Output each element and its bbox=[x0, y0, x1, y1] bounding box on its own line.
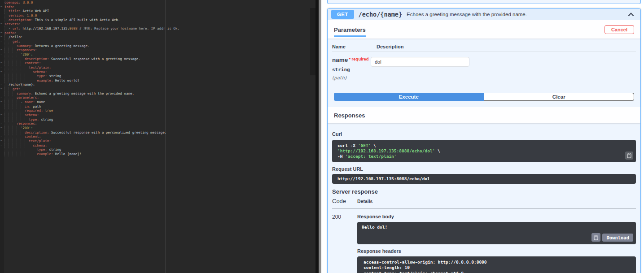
fold-marker-icon[interactable]: − bbox=[0, 52, 2, 56]
indent-guide bbox=[17, 78, 21, 83]
parameter-value-input[interactable] bbox=[371, 57, 469, 67]
previous-operation-block-edge[interactable] bbox=[327, 0, 641, 4]
indent-guide bbox=[25, 70, 29, 74]
indent-guide bbox=[17, 70, 21, 74]
indent-guide bbox=[4, 78, 9, 83]
code-line: in: path bbox=[0, 104, 315, 109]
curl-line: curl -X 'GET' \ bbox=[337, 143, 631, 148]
fold-marker-icon[interactable]: − bbox=[0, 82, 2, 87]
download-button[interactable]: Download bbox=[602, 234, 633, 242]
indent-guide bbox=[29, 70, 33, 74]
responses-title: Responses bbox=[334, 112, 365, 119]
code-line: −- name: name bbox=[0, 100, 315, 104]
indent-guide bbox=[4, 95, 9, 100]
copy-curl-button[interactable] bbox=[625, 152, 633, 160]
indent-guide bbox=[4, 117, 9, 122]
code-line: example: Hello world! bbox=[0, 78, 315, 83]
fold-marker-icon[interactable]: − bbox=[0, 31, 2, 35]
execute-button[interactable]: Execute bbox=[334, 93, 484, 101]
indent-guide bbox=[9, 152, 13, 156]
indent-guide bbox=[9, 143, 13, 148]
indent-guide bbox=[13, 70, 17, 74]
indent-guide bbox=[4, 65, 9, 70]
indent-guide bbox=[9, 48, 13, 52]
editor-scrollbar[interactable] bbox=[315, 0, 319, 273]
indent-guide bbox=[21, 130, 25, 135]
indent-guide bbox=[25, 152, 29, 156]
cancel-button[interactable]: Cancel bbox=[605, 25, 634, 34]
fold-marker-icon[interactable]: − bbox=[0, 48, 2, 52]
clipboard-icon bbox=[627, 153, 631, 158]
fold-marker-icon[interactable]: − bbox=[0, 39, 2, 43]
indent-guide bbox=[4, 134, 9, 139]
fold-marker-icon[interactable]: − bbox=[0, 87, 2, 91]
indent-guide bbox=[9, 65, 13, 70]
editor-panel[interactable]: openapi: 3.0.0−info:title: Actix Web API… bbox=[0, 0, 315, 273]
collapse-button[interactable] bbox=[625, 11, 637, 18]
indent-guide bbox=[4, 143, 9, 148]
response-body-actions: Download bbox=[591, 233, 633, 242]
operation-path: /echo/{name} bbox=[359, 11, 403, 18]
tab-parameters[interactable]: Parameters bbox=[334, 26, 366, 37]
clear-button[interactable]: Clear bbox=[484, 93, 635, 101]
fold-marker-icon[interactable]: − bbox=[0, 65, 2, 69]
fold-marker-icon[interactable]: − bbox=[0, 35, 2, 39]
indent-guide bbox=[9, 44, 13, 48]
yaml-code[interactable]: openapi: 3.0.0−info:title: Actix Web API… bbox=[0, 0, 315, 156]
fold-marker-icon[interactable]: − bbox=[0, 95, 2, 100]
indent-guide bbox=[13, 78, 17, 83]
indent-guide bbox=[29, 78, 33, 83]
indent-guide bbox=[25, 74, 29, 78]
parameters-section-header: Parameters Cancel bbox=[328, 20, 640, 39]
operation-summary[interactable]: GET /echo/{name} Echoes a greeting messa… bbox=[328, 9, 640, 20]
code-line: version: 1.0.0 bbox=[0, 13, 315, 18]
response-header-line: access-control-allow-origin: http://0.0.… bbox=[364, 260, 630, 265]
fold-marker-icon[interactable]: − bbox=[0, 22, 2, 26]
indent-guide bbox=[4, 113, 9, 117]
server-response-table-header: Code Details bbox=[332, 198, 636, 208]
indent-guide bbox=[13, 57, 17, 61]
description-column-header: Description bbox=[371, 44, 404, 49]
fold-marker-icon[interactable]: − bbox=[0, 5, 2, 9]
clipboard-icon bbox=[594, 235, 598, 240]
indent-guide bbox=[13, 139, 17, 143]
indent-guide bbox=[29, 74, 33, 78]
code-line: −schema: bbox=[0, 143, 315, 148]
indent-guide bbox=[17, 65, 21, 70]
code-line: summary: Returns a greeting message. bbox=[0, 44, 315, 48]
server-response-row: 200 Response body Hello dol! Download bbox=[332, 214, 636, 273]
swagger-panel: GET /echo/{name} Echoes a greeting messa… bbox=[321, 0, 644, 273]
indent-guide bbox=[17, 57, 21, 61]
fold-marker-icon[interactable]: − bbox=[0, 100, 2, 104]
indent-guide bbox=[13, 44, 17, 48]
indent-guide bbox=[25, 117, 29, 122]
indent-guide bbox=[21, 143, 25, 148]
fold-marker-icon[interactable]: − bbox=[0, 61, 2, 65]
fold-marker-icon[interactable]: − bbox=[0, 139, 2, 143]
parameter-meta: name* required string (path) bbox=[332, 56, 371, 80]
indent-guide bbox=[21, 134, 25, 139]
indent-guide bbox=[4, 87, 9, 91]
copy-response-button[interactable] bbox=[591, 233, 600, 242]
operation-description: Echoes a greeting message with the provi… bbox=[407, 12, 527, 17]
fold-marker-icon[interactable]: − bbox=[0, 126, 2, 130]
curl-label: Curl bbox=[332, 131, 636, 137]
parameter-value-cell bbox=[371, 56, 469, 80]
indent-guide bbox=[21, 74, 25, 78]
fold-marker-icon[interactable]: − bbox=[0, 113, 2, 117]
code-line: summary: Echoes a greeting message with … bbox=[0, 91, 315, 96]
fold-marker-icon[interactable]: − bbox=[0, 143, 2, 147]
response-headers-box: access-control-allow-origin: http://0.0.… bbox=[357, 256, 636, 273]
responses-section-header: Responses bbox=[328, 107, 640, 123]
indent-guide bbox=[9, 134, 13, 139]
code-line: −servers: bbox=[0, 22, 315, 26]
fold-marker-icon[interactable]: − bbox=[0, 134, 2, 139]
indent-guide bbox=[4, 152, 9, 156]
indent-guide bbox=[9, 108, 13, 113]
fold-marker-icon[interactable]: − bbox=[0, 121, 2, 126]
indent-guide bbox=[4, 39, 9, 44]
indent-guide bbox=[17, 104, 21, 109]
code-line: example: Hello {name}! bbox=[0, 152, 315, 156]
parameters-table-header: Name Description bbox=[332, 44, 636, 52]
fold-marker-icon[interactable]: − bbox=[0, 70, 2, 74]
